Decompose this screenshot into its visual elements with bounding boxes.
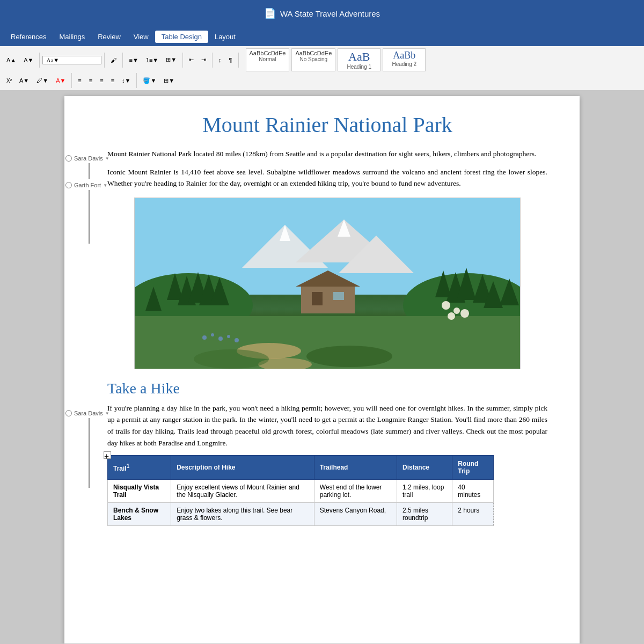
td-distance-2[interactable]: 2.5 miles roundtrip [397, 503, 452, 526]
paragraph-2[interactable]: Iconic Mount Rainier is 14,410 feet abov… [107, 166, 547, 189]
hike-table: Trail1 Description of Hike Trailhead Dis… [107, 455, 494, 526]
th-distance: Distance [397, 456, 452, 480]
menu-mailings[interactable]: Mailings [53, 31, 91, 43]
comment-sara-davis-2[interactable]: Sara Davis ▼ [65, 410, 109, 416]
document-page: Sara Davis ▼ Garth Fort ▼ Sara Davis ▼ M… [64, 96, 580, 643]
format-painter-btn[interactable]: 🖌 [107, 55, 120, 65]
style-heading-1-preview: AaB [341, 50, 377, 64]
style-normal[interactable]: AaBbCcDdEe Normal [246, 48, 290, 71]
th-roundtrip: Round Trip [452, 456, 494, 480]
td-trail-1[interactable]: Nisqually Vista Trail [108, 480, 171, 503]
align-center-btn[interactable]: ≡ [86, 76, 96, 85]
dropdown-arrow-1: ▼ [105, 156, 109, 161]
ribbon-divider-4 [182, 53, 183, 68]
svg-point-27 [202, 335, 207, 340]
ribbon-row-1: A▲ A▼ Aa▼ 🖌 ≡▼ 1≡▼ ⊞▼ ⇤ ⇥ ↕ ¶ AaBbCcDdEe… [3, 48, 641, 71]
style-heading-1[interactable]: AaB Heading 1 [338, 48, 380, 71]
doc-content: Mount Rainier National Park Mount Rainie… [107, 112, 547, 528]
font-color-btn[interactable]: A▼ [16, 76, 32, 85]
td-trail-2[interactable]: Bench & Snow Lakes [108, 503, 171, 526]
landscape-svg [135, 198, 521, 369]
td-roundtrip-1[interactable]: 40 minutes [452, 480, 494, 503]
paragraph-3[interactable]: If you're planning a day hike in the par… [107, 402, 547, 449]
ribbon-divider-2 [104, 53, 105, 68]
table-resize-handle[interactable]: + [104, 451, 111, 459]
ribbon-divider-7 [71, 73, 72, 88]
ribbon-divider-3 [122, 53, 123, 68]
svg-point-28 [211, 333, 214, 336]
comment-garth-fort[interactable]: Garth Fort ▼ [65, 182, 107, 188]
paragraph-1[interactable]: Mount Rainier National Park located 80 m… [107, 148, 547, 160]
menu-layout[interactable]: Layout [208, 31, 242, 43]
svg-point-33 [453, 308, 460, 314]
app-title: WA State Travel Adventures [280, 9, 380, 18]
numbering-btn[interactable]: 1≡▼ [143, 55, 162, 65]
svg-rect-20 [301, 284, 355, 313]
comment-bubble-2 [65, 182, 72, 188]
svg-rect-22 [312, 292, 323, 305]
comment-author-3: Sara Davis [74, 410, 103, 416]
td-trailhead-1[interactable]: West end of the lower parking lot. [314, 480, 397, 503]
multilevel-btn[interactable]: ⊞▼ [163, 55, 180, 65]
highlight-btn[interactable]: 🖊▼ [33, 76, 52, 85]
show-para-btn[interactable]: ¶ [226, 55, 236, 65]
font-shrink-btn[interactable]: A▼ [20, 55, 36, 65]
align-right-btn[interactable]: ≡ [97, 76, 106, 85]
bullets-btn[interactable]: ≡▼ [126, 55, 141, 65]
svg-rect-23 [333, 292, 344, 300]
style-heading-2[interactable]: AaBb Heading 2 [383, 48, 426, 71]
doc-title: Mount Rainier National Park [107, 112, 547, 137]
ribbon-divider-6 [238, 53, 239, 68]
ribbon: A▲ A▼ Aa▼ 🖌 ≡▼ 1≡▼ ⊞▼ ⇤ ⇥ ↕ ¶ AaBbCcDdEe… [0, 46, 644, 91]
style-gallery: AaBbCcDdEe Normal AaBbCcDdEe No Spacing … [246, 48, 426, 71]
style-no-spacing-name: No Spacing [295, 56, 332, 62]
track-sidebar: Sara Davis ▼ Garth Fort ▼ Sara Davis ▼ [64, 96, 91, 643]
style-no-spacing-preview: AaBbCcDdEe [295, 50, 332, 56]
td-roundtrip-2[interactable]: 2 hours [452, 503, 494, 526]
table-row: Nisqually Vista Trail Enjoy excellent vi… [108, 480, 494, 503]
th-description: Description of Hike [171, 456, 314, 480]
style-normal-preview: AaBbCcDdEe [250, 50, 286, 56]
menu-review[interactable]: Review [91, 31, 127, 43]
comment-sara-davis-1[interactable]: Sara Davis ▼ [65, 155, 109, 162]
align-justify-btn[interactable]: ≡ [108, 76, 118, 85]
comment-author-1: Sara Davis [74, 155, 103, 162]
table-header-row: Trail1 Description of Hike Trailhead Dis… [108, 456, 494, 480]
svg-point-36 [306, 346, 392, 367]
align-left-btn[interactable]: ≡ [75, 76, 84, 85]
dropdown-arrow-3: ▼ [105, 411, 109, 416]
comment-author-2: Garth Fort [74, 182, 101, 188]
th-trailhead: Trailhead [314, 456, 397, 480]
superscript-btn[interactable]: X² [3, 76, 15, 85]
menu-view[interactable]: View [127, 31, 155, 43]
menu-bar: References Mailings Review View Table De… [0, 27, 644, 46]
svg-point-34 [448, 312, 455, 320]
outdent-btn[interactable]: ⇤ [186, 55, 197, 65]
font-name-box[interactable]: Aa▼ [42, 56, 101, 64]
borders-btn[interactable]: ⊞▼ [160, 76, 178, 86]
th-trail: Trail1 [108, 456, 171, 480]
style-no-spacing[interactable]: AaBbCcDdEe No Spacing [291, 48, 335, 71]
svg-point-31 [235, 338, 239, 342]
indent-btn[interactable]: ⇥ [198, 55, 209, 65]
style-normal-name: Normal [250, 56, 286, 62]
td-distance-1[interactable]: 1.2 miles, loop trail [397, 480, 452, 503]
ribbon-divider-1 [39, 53, 40, 68]
style-heading-2-preview: AaBb [386, 50, 422, 61]
menu-references[interactable]: References [4, 31, 53, 43]
td-description-2[interactable]: Enjoy two lakes along this trail. See be… [171, 503, 314, 526]
trail-footnote: 1 [127, 463, 130, 469]
ribbon-divider-5 [212, 53, 213, 68]
td-trailhead-2[interactable]: Stevens Canyon Road, [314, 503, 397, 526]
svg-point-30 [227, 335, 230, 338]
shading-btn[interactable]: 🪣▼ [140, 76, 159, 86]
td-description-1[interactable]: Enjoy excellent views of Mount Rainier a… [171, 480, 314, 503]
font-grow-btn[interactable]: A▲ [3, 55, 19, 65]
menu-table-design[interactable]: Table Design [155, 31, 208, 43]
line-spacing-btn[interactable]: ↕▼ [119, 76, 134, 85]
track-line-2 [89, 190, 90, 244]
sort-btn[interactable]: ↕ [215, 55, 225, 65]
table-container: + Trail1 Description of Hike Trailhead D… [107, 455, 494, 526]
svg-point-35 [460, 309, 469, 318]
font-color2-btn[interactable]: A▼ [53, 76, 69, 85]
